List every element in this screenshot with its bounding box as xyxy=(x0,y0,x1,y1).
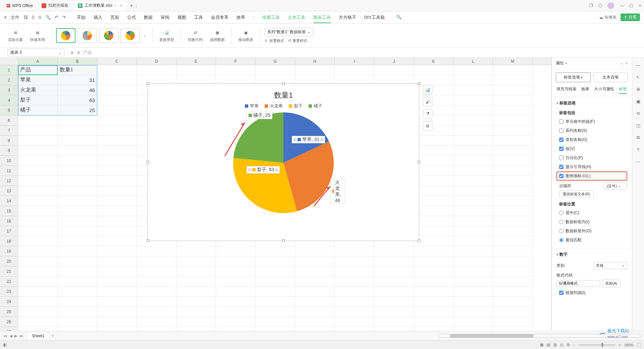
menu-view[interactable]: 视图 xyxy=(177,14,186,20)
cell-empty[interactable] xyxy=(335,317,374,327)
zoom-slider[interactable] xyxy=(578,344,615,346)
add-sheet-button[interactable]: + xyxy=(52,334,54,338)
cell-empty[interactable] xyxy=(493,317,533,327)
row-4[interactable]: 4 xyxy=(0,95,18,105)
cell-empty[interactable] xyxy=(493,176,533,186)
menu-draw-tools[interactable]: 绘图工具 xyxy=(262,14,280,20)
cell-empty[interactable] xyxy=(295,277,335,287)
cell-empty[interactable] xyxy=(97,327,137,331)
chk-percent[interactable]: 百分比(P) xyxy=(556,153,627,162)
cell-empty[interactable] xyxy=(453,136,493,146)
cell-empty[interactable] xyxy=(137,266,176,277)
cell-empty[interactable] xyxy=(414,317,453,327)
cell-empty[interactable] xyxy=(97,156,137,166)
prev-sheet-icon[interactable]: ◀ xyxy=(9,334,12,338)
file-menu[interactable]: 文件 xyxy=(11,14,19,20)
tab-text-options[interactable]: 文本选项 xyxy=(593,72,628,82)
col-H[interactable]: H xyxy=(295,58,335,65)
cell-empty[interactable] xyxy=(216,246,256,256)
cell-empty[interactable] xyxy=(18,246,58,256)
cell-empty[interactable] xyxy=(374,266,414,277)
cell-empty[interactable] xyxy=(18,186,58,196)
menu-formula[interactable]: 公式 xyxy=(127,14,136,20)
cell-empty[interactable] xyxy=(97,126,137,136)
cell-empty[interactable] xyxy=(58,236,97,246)
add-element-button[interactable]: ⊞ 添加元素 xyxy=(5,29,25,42)
cell-empty[interactable] xyxy=(58,226,97,236)
resize-handle[interactable] xyxy=(418,82,420,85)
resize-handle[interactable] xyxy=(282,82,285,85)
restore-window-icon[interactable]: ❐ xyxy=(589,3,593,8)
cell-empty[interactable] xyxy=(18,226,58,236)
cell-empty[interactable] xyxy=(374,327,414,331)
cell-empty[interactable] xyxy=(335,327,374,331)
cell-empty[interactable] xyxy=(374,297,414,307)
modify-badge[interactable]: ☁ 有修改 xyxy=(599,14,616,20)
menu-vip[interactable]: 会员专享 xyxy=(211,14,228,20)
formula-bar[interactable]: ⊗ fx 产品 xyxy=(68,50,644,55)
cell-empty[interactable] xyxy=(18,146,58,156)
minimize-icon[interactable]: — xyxy=(620,3,624,8)
cell-empty[interactable] xyxy=(176,256,216,266)
resize-handle[interactable] xyxy=(147,239,149,242)
last-sheet-icon[interactable]: ⏭ xyxy=(19,334,23,338)
col-E[interactable]: E xyxy=(176,58,216,65)
cell-empty[interactable] xyxy=(58,287,97,297)
cell-empty[interactable] xyxy=(295,297,335,307)
cell-B4[interactable]: 63 xyxy=(58,95,97,105)
cell-empty[interactable] xyxy=(493,277,533,287)
cell-empty[interactable] xyxy=(18,196,58,206)
chk-series-name[interactable]: 系列名称(S) xyxy=(556,126,627,135)
cell-empty[interactable] xyxy=(18,266,58,277)
more-icon[interactable]: ⋯ xyxy=(635,158,642,165)
row-8[interactable]: 8 xyxy=(0,136,18,146)
cell-empty[interactable] xyxy=(97,307,137,317)
cell-empty[interactable] xyxy=(295,246,335,256)
separator-select[interactable]: ,(逗号) ⌄ xyxy=(604,183,627,190)
cell-empty[interactable] xyxy=(295,327,335,331)
row-18[interactable]: 18 xyxy=(0,236,18,246)
cell-empty[interactable] xyxy=(58,256,97,266)
pie-style-2[interactable] xyxy=(77,28,97,43)
cell-empty[interactable] xyxy=(453,327,493,331)
cell-empty[interactable] xyxy=(335,266,374,277)
redo-icon[interactable]: ↷ xyxy=(62,15,66,20)
format-code-input[interactable] xyxy=(556,280,600,287)
zoom-in-icon[interactable]: + xyxy=(619,343,621,347)
cell-empty[interactable] xyxy=(18,206,58,216)
print-icon[interactable]: ⎙ xyxy=(39,15,41,20)
cell-empty[interactable] xyxy=(97,236,137,246)
cell-empty[interactable] xyxy=(414,186,453,196)
cell-empty[interactable] xyxy=(453,317,493,327)
add-tab-button[interactable]: + xyxy=(130,3,133,9)
cell-empty[interactable] xyxy=(493,287,533,297)
chart-title[interactable]: 数量1 xyxy=(148,84,419,103)
section-number[interactable]: 数字 xyxy=(556,252,627,257)
cell-empty[interactable] xyxy=(256,246,295,256)
swap-rc-button[interactable]: ⇄ 切换行列 xyxy=(185,29,205,42)
cell-empty[interactable] xyxy=(256,256,295,266)
cell-empty[interactable] xyxy=(58,216,97,226)
radio-inside[interactable]: 数据标签内(I) xyxy=(556,217,627,227)
cube-icon[interactable]: ⬡ xyxy=(598,3,602,8)
resize-handle[interactable] xyxy=(282,239,285,242)
cell-empty[interactable] xyxy=(493,186,533,196)
cell-empty[interactable] xyxy=(453,196,493,206)
col-I[interactable]: I xyxy=(335,58,374,65)
zoom-value[interactable]: 160% xyxy=(624,343,634,347)
cell-empty[interactable] xyxy=(58,136,97,146)
cell-empty[interactable] xyxy=(58,206,97,216)
cell-empty[interactable] xyxy=(453,206,493,216)
undo-icon[interactable]: ↶ xyxy=(55,15,58,20)
col-C[interactable]: C xyxy=(97,58,137,65)
row-19[interactable]: 19 xyxy=(0,246,18,256)
next-sheet-icon[interactable]: ▶ xyxy=(14,334,17,338)
cell-empty[interactable] xyxy=(176,266,216,277)
cell-A4[interactable]: 梨子 xyxy=(18,95,58,105)
pie-style-1[interactable] xyxy=(56,28,75,43)
data-label-apple[interactable]: 苹果, 31 xyxy=(292,136,325,143)
chart-elements-button[interactable]: 📊 xyxy=(423,85,432,94)
cell-empty[interactable] xyxy=(58,115,97,126)
cell-empty[interactable] xyxy=(453,256,493,266)
styles-more-icon[interactable]: ⌄ xyxy=(142,33,148,38)
